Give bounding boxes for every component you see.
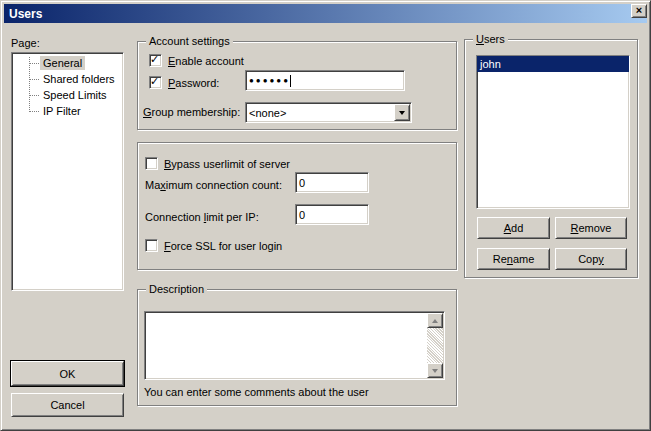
enable-account-checkbox[interactable]: ✓ — [149, 54, 162, 67]
users-group: Users john Add Remove Rename Copy — [464, 39, 638, 278]
page-label: Page: — [11, 37, 40, 49]
account-settings-title: Account settings — [146, 35, 233, 47]
chevron-down-icon — [399, 111, 405, 115]
arrow-up-icon — [432, 319, 438, 323]
description-title: Description — [146, 283, 207, 295]
add-button[interactable]: Add — [477, 217, 550, 239]
copy-button[interactable]: Copy — [555, 248, 627, 270]
page-tree[interactable]: General Shared folders Speed Limits IP F… — [11, 52, 124, 291]
max-connection-label: Maximum connection count: — [145, 179, 282, 191]
scroll-up-button[interactable] — [427, 313, 443, 328]
tree-item-general[interactable]: General — [12, 55, 123, 71]
password-label[interactable]: Password: — [168, 77, 219, 89]
tree-item-speed-limits[interactable]: Speed Limits — [12, 87, 123, 103]
tree-item-label: IP Filter — [40, 104, 84, 118]
users-group-title: Users — [473, 33, 508, 45]
connection-per-ip-label: Connection limit per IP: — [145, 211, 259, 223]
password-input[interactable]: ●●●●●● — [245, 70, 405, 91]
vertical-scrollbar[interactable] — [427, 313, 443, 378]
force-ssl-checkbox[interactable]: ✓ — [145, 239, 158, 252]
close-button[interactable]: × — [631, 4, 647, 18]
check-icon: ✓ — [150, 75, 159, 88]
bypass-userlimit-label[interactable]: Bypass userlimit of server — [164, 158, 290, 170]
group-membership-label: Group membership: — [143, 106, 240, 118]
tree-item-label: General — [40, 56, 85, 70]
scroll-down-button[interactable] — [427, 363, 443, 378]
users-listbox[interactable]: john — [476, 55, 630, 209]
password-masked-value: ●●●●●● — [249, 77, 290, 85]
window-title: Users — [4, 7, 42, 21]
titlebar[interactable]: Users — [4, 4, 647, 23]
arrow-down-icon — [432, 369, 438, 373]
connection-limits-group: ✓ Bypass userlimit of server Maximum con… — [137, 142, 457, 270]
tree-item-label: Shared folders — [40, 72, 118, 86]
rename-button[interactable]: Rename — [477, 248, 550, 270]
max-connection-input[interactable]: 0 — [295, 172, 369, 193]
description-hint: You can enter some comments about the us… — [144, 386, 369, 398]
description-textarea[interactable] — [144, 311, 445, 380]
list-item-john[interactable]: john — [477, 56, 629, 72]
tree-item-shared-folders[interactable]: Shared folders — [12, 71, 123, 87]
group-membership-select[interactable]: <none> — [245, 102, 412, 123]
description-group: Description You can enter some comments … — [137, 289, 457, 406]
bypass-userlimit-checkbox[interactable]: ✓ — [145, 157, 158, 170]
connection-per-ip-input[interactable]: 0 — [295, 204, 369, 225]
combo-dropdown-button[interactable] — [394, 104, 410, 121]
connection-per-ip-value: 0 — [299, 209, 305, 221]
group-membership-value: <none> — [249, 107, 286, 119]
password-checkbox[interactable]: ✓ — [149, 76, 162, 89]
ok-button[interactable]: OK — [11, 361, 124, 386]
tree-item-ip-filter[interactable]: IP Filter — [12, 103, 123, 119]
account-settings-group: Account settings ✓ Enable account ✓ Pass… — [137, 41, 457, 130]
remove-button[interactable]: Remove — [555, 217, 627, 239]
list-item-label: john — [480, 58, 501, 70]
max-connection-value: 0 — [299, 177, 305, 189]
tree-item-label: Speed Limits — [40, 88, 110, 102]
force-ssl-label[interactable]: Force SSL for user login — [164, 240, 282, 252]
users-dialog: Users × Page: General Shared folders Spe… — [0, 0, 651, 431]
cancel-button[interactable]: Cancel — [11, 393, 124, 417]
enable-account-label[interactable]: Enable account — [168, 55, 244, 67]
close-icon: × — [636, 5, 642, 16]
text-caret — [290, 75, 291, 87]
check-icon: ✓ — [150, 53, 159, 66]
